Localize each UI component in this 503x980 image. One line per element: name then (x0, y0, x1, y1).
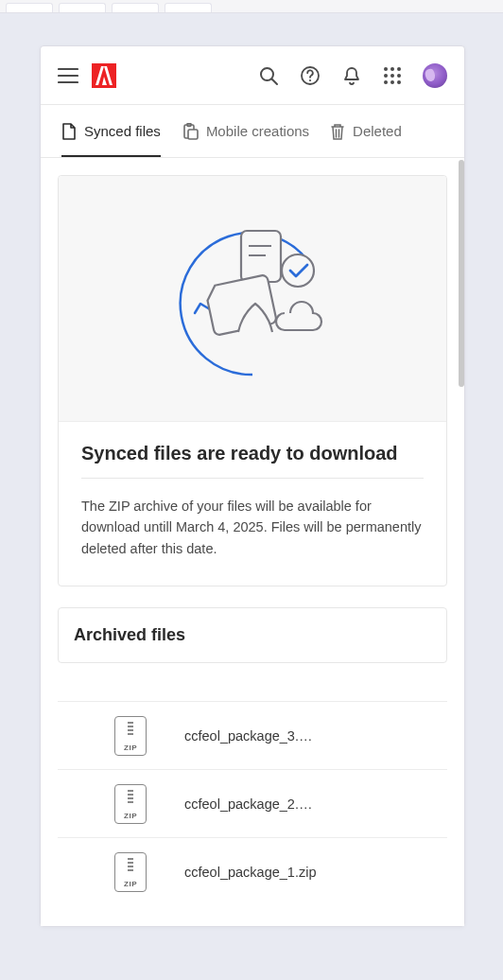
svg-point-10 (390, 80, 394, 84)
svg-point-4 (390, 67, 394, 71)
hamburger-menu-icon[interactable] (58, 67, 78, 84)
zip-file-icon (114, 716, 147, 756)
svg-point-8 (397, 74, 401, 78)
svg-rect-14 (188, 130, 198, 139)
top-bar (41, 46, 464, 105)
svg-point-9 (384, 80, 388, 84)
hero-body-text: The ZIP archive of your files will be av… (81, 496, 424, 559)
file-icon (61, 123, 77, 140)
tab-label: Synced files (84, 123, 161, 139)
file-row[interactable]: ccfeol_package_3.… (58, 701, 447, 769)
browser-tab-strip (0, 0, 503, 13)
svg-point-3 (384, 67, 388, 71)
tab-label: Mobile creations (206, 123, 309, 139)
adobe-logo-icon[interactable] (92, 63, 116, 88)
file-name: ccfeol_package_3.… (184, 728, 312, 744)
archived-section-header: Archived files (58, 607, 447, 663)
trash-icon (330, 123, 345, 140)
file-row[interactable]: ccfeol_package_1.zip (58, 837, 447, 905)
file-row[interactable]: ccfeol_package_2.… (58, 769, 447, 837)
bell-icon[interactable] (341, 65, 362, 86)
hero-illustration (59, 176, 446, 422)
file-list: ccfeol_package_3.… ccfeol_package_2.… cc… (58, 701, 447, 905)
file-name: ccfeol_package_2.… (184, 796, 312, 812)
search-icon[interactable] (258, 65, 279, 86)
app-panel: Synced files Mobile creations Deleted (40, 45, 465, 927)
svg-point-2 (309, 79, 311, 80)
scrollbar-thumb[interactable] (459, 160, 464, 387)
tab-label: Deleted (353, 123, 402, 139)
svg-point-6 (384, 74, 388, 78)
avatar[interactable] (423, 63, 447, 88)
zip-file-icon (114, 784, 147, 824)
archived-title: Archived files (74, 625, 431, 645)
tab-synced-files[interactable]: Synced files (61, 105, 161, 157)
help-icon[interactable] (300, 65, 321, 86)
tab-bar: Synced files Mobile creations Deleted (41, 105, 464, 158)
tab-deleted[interactable]: Deleted (330, 105, 402, 157)
svg-point-11 (397, 80, 401, 84)
hero-card: Synced files are ready to download The Z… (58, 175, 447, 586)
clipboard-icon (182, 123, 199, 140)
zip-file-icon (114, 852, 147, 892)
file-name: ccfeol_package_1.zip (184, 865, 316, 880)
svg-point-5 (397, 67, 401, 71)
content-area: Synced files are ready to download The Z… (41, 158, 464, 926)
svg-point-7 (390, 74, 394, 78)
apps-grid-icon[interactable] (383, 66, 402, 85)
hero-title: Synced files are ready to download (81, 443, 424, 479)
tab-mobile-creations[interactable]: Mobile creations (182, 105, 309, 157)
svg-point-18 (282, 254, 314, 287)
